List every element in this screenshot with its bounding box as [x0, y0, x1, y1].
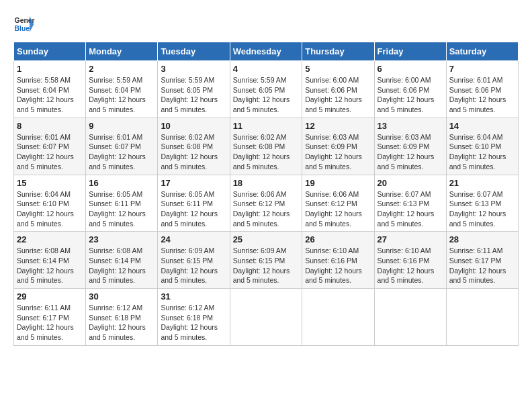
calendar-cell: [302, 289, 374, 346]
day-info: Sunrise: 6:06 AMSunset: 6:12 PMDaylight:…: [233, 189, 300, 229]
day-number: 3: [161, 64, 226, 74]
day-info: Sunrise: 6:04 AMSunset: 6:10 PMDaylight:…: [17, 189, 83, 229]
day-number: 12: [305, 121, 371, 131]
weekday-header-sunday: Sunday: [14, 42, 86, 61]
weekday-header-tuesday: Tuesday: [158, 42, 230, 61]
day-number: 17: [161, 178, 226, 188]
calendar-cell: 25Sunrise: 6:09 AMSunset: 6:15 PMDayligh…: [230, 232, 302, 289]
day-info: Sunrise: 6:08 AMSunset: 6:14 PMDaylight:…: [89, 246, 154, 285]
day-number: 30: [89, 291, 154, 302]
calendar-cell: 18Sunrise: 6:06 AMSunset: 6:12 PMDayligh…: [230, 175, 302, 232]
day-info: Sunrise: 6:05 AMSunset: 6:11 PMDaylight:…: [161, 189, 226, 229]
day-info: Sunrise: 5:59 AMSunset: 6:04 PMDaylight:…: [89, 75, 154, 115]
calendar-cell: 28Sunrise: 6:11 AMSunset: 6:17 PMDayligh…: [446, 232, 518, 289]
day-info: Sunrise: 6:08 AMSunset: 6:14 PMDaylight:…: [17, 246, 83, 285]
day-info: Sunrise: 6:07 AMSunset: 6:13 PMDaylight:…: [378, 189, 443, 229]
day-info: Sunrise: 6:01 AMSunset: 6:06 PMDaylight:…: [449, 75, 515, 115]
day-info: Sunrise: 5:59 AMSunset: 6:05 PMDaylight:…: [233, 75, 300, 115]
day-number: 2: [89, 64, 154, 74]
weekday-header-friday: Friday: [374, 42, 446, 61]
calendar-cell: 16Sunrise: 6:05 AMSunset: 6:11 PMDayligh…: [86, 175, 158, 232]
day-info: Sunrise: 6:12 AMSunset: 6:18 PMDaylight:…: [89, 303, 154, 342]
week-row-3: 22Sunrise: 6:08 AMSunset: 6:14 PMDayligh…: [14, 232, 519, 289]
calendar-cell: 7Sunrise: 6:01 AMSunset: 6:06 PMDaylight…: [446, 61, 518, 118]
day-number: 16: [89, 178, 154, 188]
calendar-cell: 6Sunrise: 6:00 AMSunset: 6:06 PMDaylight…: [374, 61, 446, 118]
calendar-cell: 12Sunrise: 6:03 AMSunset: 6:09 PMDayligh…: [302, 118, 374, 175]
weekday-header-thursday: Thursday: [302, 42, 374, 61]
calendar-cell: 20Sunrise: 6:07 AMSunset: 6:13 PMDayligh…: [374, 175, 446, 232]
day-info: Sunrise: 6:01 AMSunset: 6:07 PMDaylight:…: [89, 132, 154, 172]
logo: General Blue: [13, 13, 35, 35]
day-info: Sunrise: 6:03 AMSunset: 6:09 PMDaylight:…: [305, 132, 371, 172]
day-number: 25: [233, 234, 300, 244]
day-info: Sunrise: 6:10 AMSunset: 6:16 PMDaylight:…: [378, 246, 443, 285]
calendar-cell: 1Sunrise: 5:58 AMSunset: 6:04 PMDaylight…: [14, 61, 86, 118]
day-number: 13: [378, 121, 443, 131]
day-number: 21: [449, 178, 515, 188]
calendar-cell: 23Sunrise: 6:08 AMSunset: 6:14 PMDayligh…: [86, 232, 158, 289]
day-number: 26: [305, 234, 371, 244]
calendar-cell: 10Sunrise: 6:02 AMSunset: 6:08 PMDayligh…: [158, 118, 230, 175]
day-info: Sunrise: 6:02 AMSunset: 6:08 PMDaylight:…: [233, 132, 300, 172]
day-number: 9: [89, 121, 154, 131]
calendar-cell: 8Sunrise: 6:01 AMSunset: 6:07 PMDaylight…: [14, 118, 86, 175]
day-number: 23: [89, 234, 154, 244]
day-info: Sunrise: 6:12 AMSunset: 6:18 PMDaylight:…: [161, 303, 226, 342]
day-info: Sunrise: 5:58 AMSunset: 6:04 PMDaylight:…: [17, 75, 83, 115]
day-number: 20: [378, 178, 443, 188]
weekday-header-saturday: Saturday: [446, 42, 518, 61]
calendar-cell: 11Sunrise: 6:02 AMSunset: 6:08 PMDayligh…: [230, 118, 302, 175]
calendar-cell: 22Sunrise: 6:08 AMSunset: 6:14 PMDayligh…: [14, 232, 86, 289]
day-number: 29: [17, 291, 83, 302]
calendar-cell: 26Sunrise: 6:10 AMSunset: 6:16 PMDayligh…: [302, 232, 374, 289]
day-number: 14: [449, 121, 515, 131]
calendar-cell: [374, 289, 446, 346]
calendar-cell: 15Sunrise: 6:04 AMSunset: 6:10 PMDayligh…: [14, 175, 86, 232]
day-info: Sunrise: 6:02 AMSunset: 6:08 PMDaylight:…: [161, 132, 226, 172]
day-info: Sunrise: 6:00 AMSunset: 6:06 PMDaylight:…: [378, 75, 443, 115]
calendar-table: SundayMondayTuesdayWednesdayThursdayFrid…: [13, 42, 519, 346]
svg-text:Blue: Blue: [15, 25, 30, 32]
day-number: 4: [233, 64, 300, 74]
day-info: Sunrise: 6:03 AMSunset: 6:09 PMDaylight:…: [378, 132, 443, 172]
calendar-cell: [446, 289, 518, 346]
day-number: 19: [305, 178, 371, 188]
day-info: Sunrise: 6:11 AMSunset: 6:17 PMDaylight:…: [449, 246, 515, 285]
week-row-4: 29Sunrise: 6:11 AMSunset: 6:17 PMDayligh…: [14, 289, 519, 346]
calendar-cell: 4Sunrise: 5:59 AMSunset: 6:05 PMDaylight…: [230, 61, 302, 118]
logo-icon: General Blue: [13, 13, 35, 35]
day-info: Sunrise: 6:00 AMSunset: 6:06 PMDaylight:…: [305, 75, 371, 115]
week-row-0: 1Sunrise: 5:58 AMSunset: 6:04 PMDaylight…: [14, 61, 519, 118]
calendar-cell: 27Sunrise: 6:10 AMSunset: 6:16 PMDayligh…: [374, 232, 446, 289]
week-row-1: 8Sunrise: 6:01 AMSunset: 6:07 PMDaylight…: [14, 118, 519, 175]
day-info: Sunrise: 6:10 AMSunset: 6:16 PMDaylight:…: [305, 246, 371, 285]
day-number: 28: [449, 234, 515, 244]
weekday-header-monday: Monday: [86, 42, 158, 61]
calendar-cell: 3Sunrise: 5:59 AMSunset: 6:05 PMDaylight…: [158, 61, 230, 118]
day-number: 6: [378, 64, 443, 74]
day-number: 8: [17, 121, 83, 131]
calendar-cell: 29Sunrise: 6:11 AMSunset: 6:17 PMDayligh…: [14, 289, 86, 346]
day-info: Sunrise: 6:09 AMSunset: 6:15 PMDaylight:…: [161, 246, 226, 285]
calendar-cell: 17Sunrise: 6:05 AMSunset: 6:11 PMDayligh…: [158, 175, 230, 232]
day-number: 7: [449, 64, 515, 74]
day-number: 5: [305, 64, 371, 74]
calendar-cell: 2Sunrise: 5:59 AMSunset: 6:04 PMDaylight…: [86, 61, 158, 118]
calendar-cell: 5Sunrise: 6:00 AMSunset: 6:06 PMDaylight…: [302, 61, 374, 118]
day-number: 1: [17, 64, 83, 74]
day-number: 27: [378, 234, 443, 244]
day-number: 31: [161, 291, 226, 302]
header-area: General Blue: [13, 13, 519, 35]
day-info: Sunrise: 6:01 AMSunset: 6:07 PMDaylight:…: [17, 132, 83, 172]
calendar-cell: 14Sunrise: 6:04 AMSunset: 6:10 PMDayligh…: [446, 118, 518, 175]
day-info: Sunrise: 6:11 AMSunset: 6:17 PMDaylight:…: [17, 303, 83, 342]
day-info: Sunrise: 5:59 AMSunset: 6:05 PMDaylight:…: [161, 75, 226, 115]
day-info: Sunrise: 6:05 AMSunset: 6:11 PMDaylight:…: [89, 189, 154, 229]
day-number: 24: [161, 234, 226, 244]
day-number: 10: [161, 121, 226, 131]
day-number: 15: [17, 178, 83, 188]
weekday-header-row: SundayMondayTuesdayWednesdayThursdayFrid…: [14, 42, 519, 61]
calendar-cell: 31Sunrise: 6:12 AMSunset: 6:18 PMDayligh…: [158, 289, 230, 346]
day-info: Sunrise: 6:04 AMSunset: 6:10 PMDaylight:…: [449, 132, 515, 172]
